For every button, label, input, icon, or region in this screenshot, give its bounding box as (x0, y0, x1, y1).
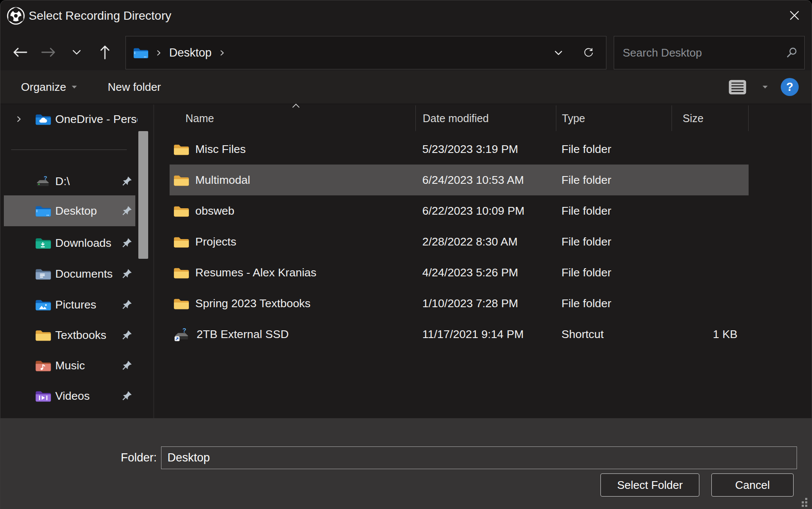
close-button[interactable] (784, 6, 805, 25)
file-row-resumes[interactable]: Resumes - Alex Kranias 4/24/2023 5:26 PM… (170, 257, 749, 288)
pin-icon[interactable] (121, 299, 133, 311)
drive-icon (35, 175, 51, 188)
folder-icon (173, 266, 189, 279)
column-header-name[interactable]: Name (170, 105, 415, 131)
file-type: File folder (556, 143, 672, 156)
file-row-obsweb[interactable]: obsweb 6/22/2023 10:09 PM File folder (170, 195, 749, 226)
sidebar-item-desktop[interactable]: Desktop (4, 195, 135, 226)
command-toolbar: Organize New folder ? (0, 70, 812, 104)
pin-icon[interactable] (121, 390, 133, 402)
help-button[interactable]: ? (781, 78, 799, 96)
sidebar-item-label: OneDrive - Persc (55, 113, 137, 126)
file-name: Misc Files (195, 143, 246, 156)
pin-icon[interactable] (121, 268, 133, 280)
up-button[interactable] (94, 39, 116, 66)
sidebar-divider (11, 150, 127, 150)
sidebar-item-label: Downloads (55, 237, 111, 250)
chevron-right-icon (218, 49, 226, 57)
caret-down-icon (762, 85, 768, 89)
view-options-button[interactable] (760, 85, 770, 89)
search-icon[interactable] (785, 47, 797, 59)
sidebar-item-label: Pictures (55, 298, 96, 311)
address-bar-controls (551, 39, 601, 66)
column-header-type[interactable]: Type (556, 105, 672, 131)
column-header-size[interactable]: Size (672, 105, 749, 131)
forward-arrow-icon (41, 46, 56, 59)
sidebar-item-music[interactable]: Music (4, 350, 135, 381)
refresh-icon (583, 46, 594, 59)
file-row-multimodal[interactable]: Multimodal 6/24/2023 10:53 AM File folde… (170, 165, 749, 195)
folder-field-label: Folder: (121, 446, 157, 469)
sidebar-item-documents[interactable]: Documents (4, 258, 135, 289)
sidebar-item-onedrive[interactable]: OneDrive - Persc (4, 104, 135, 135)
address-dropdown-button[interactable] (551, 39, 566, 66)
column-header-date-modified[interactable]: Date modified (415, 105, 556, 131)
drive-shortcut-icon (173, 327, 190, 341)
file-row-misc-files[interactable]: Misc Files 5/23/2023 3:19 PM File folder (170, 134, 749, 165)
chevron-down-icon (554, 50, 563, 56)
sidebar-item-d-drive[interactable]: D:\ (4, 166, 135, 197)
file-type: File folder (556, 204, 672, 218)
nav-buttons (9, 36, 116, 69)
folder-icon (173, 143, 189, 156)
sidebar-item-label: Desktop (55, 204, 97, 218)
toolbar-right-group: ? (725, 78, 799, 96)
breadcrumb-location[interactable]: Desktop (169, 46, 212, 60)
desktop-folder-icon (35, 204, 51, 218)
new-folder-button[interactable]: New folder (105, 80, 164, 94)
window-title: Select Recording Directory (29, 9, 171, 23)
new-folder-label: New folder (108, 81, 161, 94)
sidebar-item-label: Documents (55, 267, 113, 281)
up-arrow-icon (99, 45, 111, 60)
videos-folder-icon (35, 389, 51, 403)
caret-down-icon (72, 85, 77, 89)
pin-icon[interactable] (121, 205, 133, 217)
cancel-button[interactable]: Cancel (711, 473, 794, 497)
file-row-projects[interactable]: Projects 2/28/2022 8:30 AM File folder (170, 226, 749, 257)
file-type: File folder (556, 174, 672, 187)
pin-icon[interactable] (121, 329, 133, 341)
sidebar-item-downloads[interactable]: Downloads (4, 228, 135, 258)
resize-grip[interactable] (796, 495, 809, 508)
pin-icon[interactable] (121, 176, 133, 187)
address-bar[interactable]: Desktop (125, 36, 606, 69)
file-type: Shortcut (556, 328, 672, 341)
sidebar-item-videos[interactable]: Videos (4, 380, 135, 411)
organize-label: Organize (21, 81, 66, 94)
recent-locations-button[interactable] (66, 39, 88, 66)
file-name: obsweb (195, 204, 234, 218)
sidebar-item-pictures[interactable]: Pictures (4, 289, 135, 320)
details-view-icon (728, 79, 747, 95)
expand-chevron-icon[interactable] (15, 115, 23, 123)
refresh-button[interactable] (580, 39, 597, 66)
sidebar-item-label: Music (55, 359, 85, 372)
forward-button[interactable] (37, 39, 60, 66)
sidebar-item-textbooks[interactable]: Textbooks (4, 320, 135, 350)
folder-name-input[interactable] (161, 446, 797, 469)
chevron-right-icon (155, 49, 162, 57)
music-folder-icon (35, 359, 51, 372)
sidebar-item-label: Videos (55, 389, 90, 403)
file-name: Spring 2023 Textbooks (195, 297, 310, 310)
file-date: 6/22/2023 10:09 PM (415, 204, 556, 218)
sidebar-scrollbar-thumb[interactable] (138, 131, 148, 259)
folder-icon (35, 329, 51, 342)
file-row-spring-textbooks[interactable]: Spring 2023 Textbooks 1/10/2023 7:28 PM … (170, 288, 749, 319)
back-arrow-icon (12, 46, 28, 59)
back-button[interactable] (9, 39, 31, 66)
title-bar: Select Recording Directory (0, 0, 812, 31)
help-icon: ? (786, 81, 794, 94)
obs-logo-icon (6, 6, 25, 25)
file-row-2tb-external-ssd[interactable]: 2TB External SSD 11/17/2021 9:14 PM Shor… (170, 319, 749, 350)
organize-button[interactable]: Organize (18, 80, 80, 94)
folder-icon (173, 297, 189, 310)
file-name: Resumes - Alex Kranias (195, 266, 316, 279)
search-input[interactable] (622, 46, 785, 60)
file-date: 1/10/2023 7:28 PM (415, 297, 556, 310)
pin-icon[interactable] (121, 237, 133, 249)
pin-icon[interactable] (121, 360, 133, 371)
folder-icon (173, 174, 189, 187)
sidebar-item-label: D:\ (55, 175, 70, 188)
select-folder-button[interactable]: Select Folder (600, 473, 699, 497)
change-view-button[interactable] (725, 79, 749, 96)
